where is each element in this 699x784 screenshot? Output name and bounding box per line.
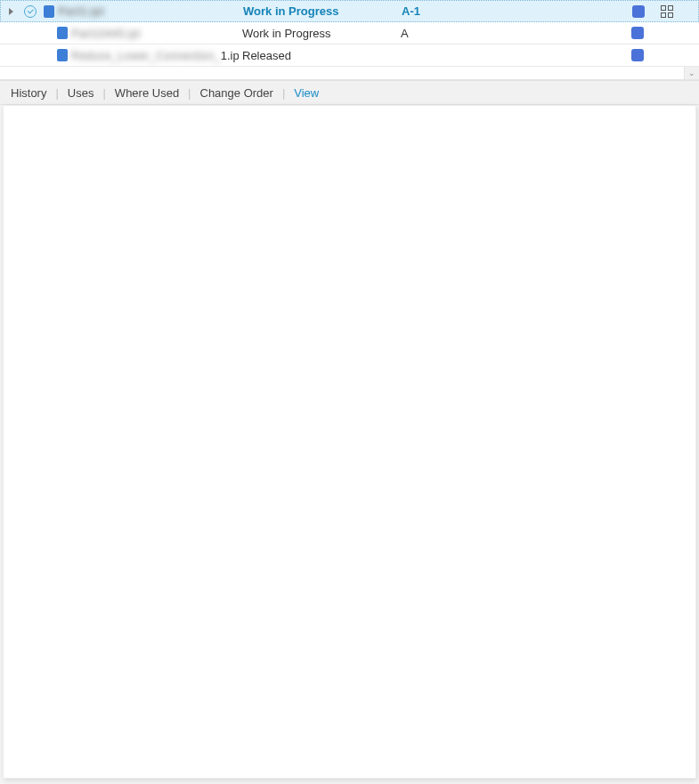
file-icon [57, 49, 68, 61]
expand-caret-icon[interactable] [9, 8, 13, 15]
tab-separator: | [188, 86, 191, 100]
tab-change-order[interactable]: Change Order [197, 85, 277, 101]
tab-view[interactable]: View [290, 85, 322, 101]
table-row[interactable]: Part10445.ipt Work in Progress A [0, 22, 699, 44]
tab-separator: | [102, 86, 105, 100]
file-name: Part1.ipt [58, 4, 104, 18]
file-icon [44, 5, 54, 18]
revision-cell: A-1 [398, 1, 624, 21]
svg-rect-3 [669, 12, 673, 17]
state-cell: Work in Progress [239, 22, 397, 44]
file-name: Reduce_Lower_Connection_1.ipt [71, 49, 239, 62]
scroll-down-icon[interactable]: ⌄ [684, 67, 699, 79]
state-cell: Work in Progress [240, 1, 398, 21]
svg-rect-1 [669, 5, 673, 10]
status-square-icon [632, 5, 645, 18]
svg-rect-2 [662, 12, 666, 17]
status-square-icon [631, 49, 644, 61]
tab-history[interactable]: History [7, 85, 50, 101]
grid-view-icon[interactable] [653, 5, 681, 18]
status-square-icon [631, 27, 644, 39]
tab-separator: | [55, 86, 58, 100]
state-cell: Released [239, 44, 397, 66]
svg-rect-0 [662, 5, 666, 10]
detail-tabbar: History | Uses | Where Used | Change Ord… [0, 80, 699, 105]
file-icon [57, 27, 68, 39]
detail-view-panel [3, 105, 696, 779]
revision-cell [397, 44, 623, 66]
tab-where-used[interactable]: Where Used [111, 85, 183, 101]
file-grid: Part1.ipt Work in Progress A-1 [0, 0, 699, 80]
tab-uses[interactable]: Uses [64, 85, 98, 101]
tab-separator: | [282, 86, 285, 100]
table-row[interactable]: Part1.ipt Work in Progress A-1 [0, 0, 699, 22]
check-circle-icon [24, 5, 37, 18]
revision-cell: A [397, 22, 623, 44]
table-row[interactable]: Reduce_Lower_Connection_1.ipt Released [0, 44, 699, 67]
file-name: Part10445.ipt [71, 27, 140, 40]
